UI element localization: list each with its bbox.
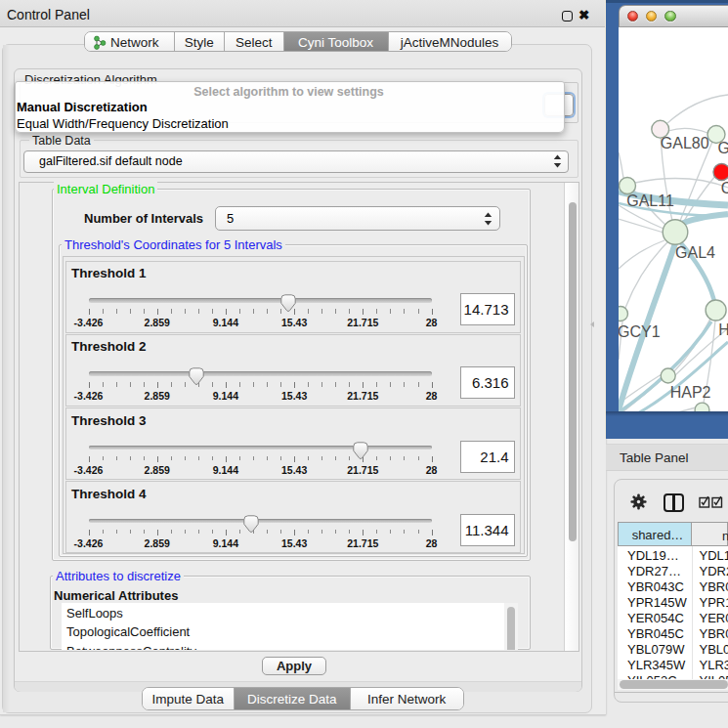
svg-text:H: H [718,321,728,337]
svg-text:GAL11: GAL11 [626,192,674,208]
svg-text:HAP2: HAP2 [670,383,711,400]
svg-text:GAL4: GAL4 [675,243,715,260]
svg-text:GCY1: GCY1 [619,322,661,339]
svg-text:C: C [721,179,728,195]
svg-text:GAL: GAL [717,139,728,155]
svg-text:GAL80: GAL80 [661,134,709,150]
